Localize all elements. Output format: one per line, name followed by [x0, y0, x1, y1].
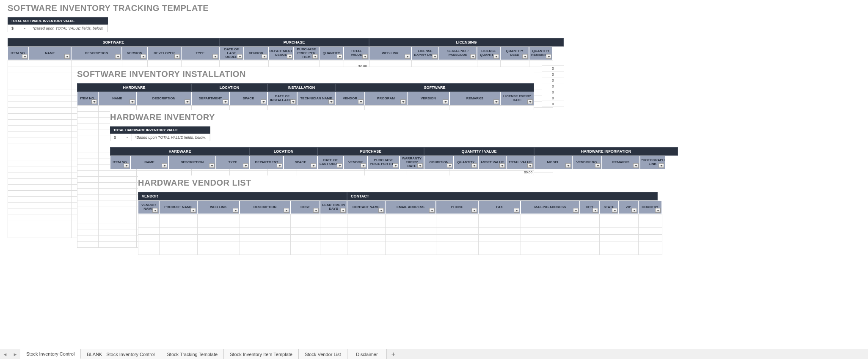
filter-icon[interactable] [277, 163, 282, 168]
filter-icon[interactable] [546, 54, 551, 59]
filter-icon[interactable] [400, 99, 406, 104]
filter-icon[interactable] [22, 54, 28, 59]
filter-icon[interactable] [493, 54, 499, 59]
filter-icon[interactable] [130, 99, 135, 104]
filter-icon[interactable] [417, 163, 423, 168]
filter-icon[interactable] [174, 54, 180, 59]
total-value-peek: $0.00 [524, 170, 532, 174]
filter-icon[interactable] [124, 163, 129, 168]
total-value-row: $- *Based upon TOTAL VALUE fields, below… [8, 25, 108, 32]
table-row [138, 221, 662, 228]
filter-icon[interactable] [514, 208, 519, 213]
filter-icon[interactable] [470, 54, 476, 59]
filter-icon[interactable] [337, 163, 342, 168]
filter-icon[interactable] [262, 54, 267, 59]
filter-icon[interactable] [287, 54, 292, 59]
filter-icon[interactable] [91, 99, 97, 104]
filter-icon[interactable] [393, 163, 398, 168]
filter-icon[interactable] [447, 163, 452, 168]
qty-remaining-cell: 0 [542, 101, 564, 107]
filter-icon[interactable] [162, 163, 167, 168]
filter-icon[interactable] [261, 99, 266, 104]
filter-icon[interactable] [592, 208, 598, 213]
empty-rows-l4 [138, 214, 662, 255]
filter-icon[interactable] [405, 54, 410, 59]
section-headers: HARDWARE LOCATION PURCHASE QUANTITY / VA… [110, 147, 868, 156]
section-headers: HARDWARE LOCATION INSTALLATION SOFTWARE [77, 83, 534, 92]
filter-icon[interactable] [633, 163, 639, 168]
filter-icon[interactable] [337, 54, 342, 59]
filter-icon[interactable] [141, 54, 146, 59]
filter-icon[interactable] [212, 54, 218, 59]
total-value-header: TOTAL SOFTWARE INVENTORY VALUE [8, 17, 108, 25]
table-row [8, 60, 553, 66]
filter-icon[interactable] [429, 208, 435, 213]
filter-icon[interactable] [378, 208, 384, 213]
tab-nav-next[interactable]: ► [10, 349, 20, 359]
filter-icon[interactable] [64, 54, 70, 59]
table-row [138, 248, 662, 255]
filter-icon[interactable] [311, 163, 316, 168]
filter-icon[interactable] [499, 163, 505, 168]
filter-icon[interactable] [659, 163, 664, 168]
filter-icon[interactable] [362, 54, 368, 59]
filter-icon[interactable] [237, 54, 242, 59]
filter-icon[interactable] [233, 208, 238, 213]
filter-icon[interactable] [328, 99, 334, 104]
filter-icon[interactable] [190, 208, 196, 213]
sheet-tab[interactable]: Stock Vendor List [299, 349, 347, 359]
filter-icon[interactable] [522, 54, 528, 59]
filter-icon[interactable] [565, 163, 571, 168]
filter-icon[interactable] [443, 99, 448, 104]
tab-nav-prev[interactable]: ◄ [0, 349, 10, 359]
qty-remaining-cell: 0 [542, 66, 564, 71]
filter-icon[interactable] [471, 208, 477, 213]
filter-icon[interactable] [573, 208, 579, 213]
table-row [138, 235, 662, 241]
page-title: SOFTWARE INVENTORY INSTALLATION [77, 69, 534, 79]
filter-icon[interactable] [432, 54, 438, 59]
section-headers: VENDOR CONTACT [138, 192, 866, 200]
filter-icon[interactable] [527, 163, 533, 168]
filter-icon[interactable] [361, 163, 366, 168]
filter-icon[interactable] [284, 208, 289, 213]
sheet-tab[interactable]: Stock Tracking Template [161, 349, 224, 359]
filter-icon[interactable] [243, 163, 248, 168]
filter-icon[interactable] [471, 163, 477, 168]
filter-icon[interactable] [612, 208, 617, 213]
filter-icon[interactable] [527, 99, 533, 104]
sheet-tab[interactable]: BLANK - Stock Inventory Control [81, 349, 161, 359]
filter-icon[interactable] [223, 99, 228, 104]
column-headers: ITEM NO. NAME DESCRIPTION VERSION DEVELO… [8, 47, 566, 60]
add-sheet-button[interactable]: + [387, 349, 400, 359]
hardware-vendor-sheet: HARDWARE VENDOR LIST VENDOR CONTACT VEND… [138, 175, 866, 255]
filter-icon[interactable] [115, 54, 121, 59]
sheet-tab[interactable]: Stock Inventory Control [20, 349, 81, 359]
filter-icon[interactable] [493, 99, 499, 104]
table-row [138, 241, 662, 248]
table-row [138, 214, 662, 221]
page-title: HARDWARE INVENTORY [110, 112, 868, 122]
filter-icon[interactable] [313, 208, 319, 213]
filter-icon[interactable] [312, 54, 318, 59]
filter-icon[interactable] [595, 163, 601, 168]
filter-icon[interactable] [655, 208, 661, 213]
page-title: SOFTWARE INVENTORY TRACKING TEMPLATE [8, 3, 566, 13]
filter-icon[interactable] [185, 99, 190, 104]
filter-icon[interactable] [152, 208, 158, 213]
column-headers: VENDOR NAME PRODUCT NAME WEB LINK DESCRI… [138, 200, 866, 214]
filter-icon[interactable] [340, 208, 346, 213]
page-title: HARDWARE VENDOR LIST [138, 178, 866, 188]
sheet-tabs: ◄ ► Stock Inventory ControlBLANK - Stock… [0, 349, 868, 359]
filter-icon[interactable] [290, 99, 296, 104]
qty-remaining-cell: 0 [542, 83, 564, 89]
filter-icon[interactable] [358, 99, 364, 104]
filter-icon[interactable] [209, 163, 215, 168]
filter-icon[interactable] [631, 208, 637, 213]
qty-remaining-cell: 0 [542, 89, 564, 95]
sheet-tab[interactable]: Stock Inventory Item Template [224, 349, 299, 359]
qty-remaining-cell: 0 [542, 95, 564, 101]
column-headers: ITEM NO. NAME DESCRIPTION TYPE DEPARTMEN… [110, 156, 868, 169]
sheet-tab[interactable]: - Disclaimer - [347, 349, 387, 359]
total-value-row: $- *Based upon TOTAL VALUE fields, below… [110, 134, 210, 141]
